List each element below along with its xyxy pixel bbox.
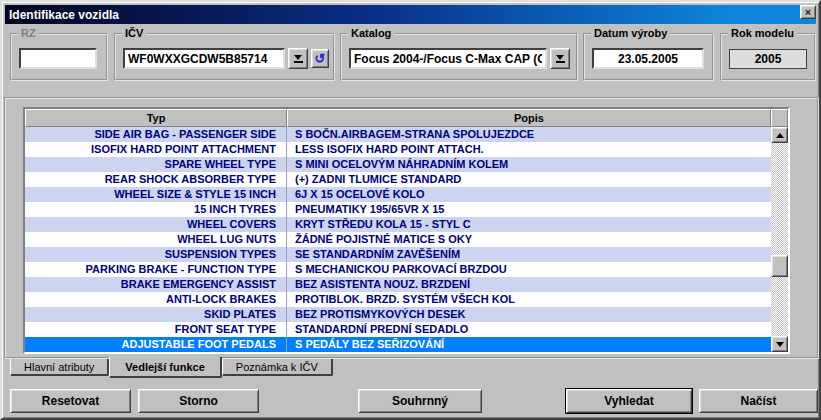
scrollbar-track[interactable] <box>771 143 788 336</box>
popis-cell: SE STANDARDNÍM ZAVĚŠENÍM <box>287 247 771 262</box>
title-bar: Identifikace vozidla <box>5 5 816 24</box>
popis-cell: STANDARDNÍ PREDNÍ SEDADLO <box>287 322 771 337</box>
dropdown-underline-icon <box>294 61 303 63</box>
typ-cell: WHEEL LUG NUTS <box>25 232 287 247</box>
typ-cell: WHEEL COVERS <box>25 217 287 232</box>
arrow-up-icon <box>776 133 784 138</box>
group-icv: IČV ↺ <box>114 33 335 81</box>
typ-cell: WHEEL SIZE & STYLE 15 INCH <box>25 187 287 202</box>
typ-cell: ANTI-LOCK BRAKES <box>25 292 287 307</box>
scroll-down-button[interactable] <box>771 336 788 352</box>
dropdown-arrow-icon <box>556 55 564 60</box>
souhrnny-button[interactable]: Souhrnný <box>358 389 482 413</box>
typ-cell: SUSPENSION TYPES <box>25 247 287 262</box>
group-katalog: Katalog <box>340 33 578 81</box>
popis-cell: LESS ISOFIX HARD POINT ATTACH. <box>287 142 771 157</box>
popis-cell: BEZ ASISTENTA NOUZ. BRZDENÍ <box>287 277 771 292</box>
popis-cell: KRYT STŘEDU KOLA 15 - STYL C <box>287 217 771 232</box>
resetovat-button[interactable]: Resetovat <box>10 389 131 413</box>
typ-cell: PARKING BRAKE - FUNCTION TYPE <box>25 262 287 277</box>
table-body: SIDE AIR BAG - PASSENGER SIDES BOČN.AIRB… <box>25 127 788 352</box>
table-header: Typ Popis <box>25 109 788 127</box>
icv-input[interactable] <box>123 48 285 69</box>
popis-cell: S BOČN.AIRBAGEM-STRANA SPOLUJEZDCE <box>287 127 771 142</box>
table-row[interactable]: PARKING BRAKE - FUNCTION TYPES MECHANICK… <box>25 262 771 277</box>
typ-cell: FRONT SEAT TYPE <box>25 322 287 337</box>
icv-refresh-button[interactable]: ↺ <box>311 49 329 68</box>
table-row[interactable]: ISOFIX HARD POINT ATTACHMENTLESS ISOFIX … <box>25 142 771 157</box>
dropdown-underline-icon <box>556 61 565 63</box>
group-rz: RZ <box>10 33 108 81</box>
group-datum-vyroby: Datum výroby <box>583 33 714 81</box>
katalog-combobox[interactable] <box>349 48 547 69</box>
tab-strip: Hlavní atributyVedlejší funkcePoznámka k… <box>10 359 333 381</box>
popis-cell: PROTIBLOK. BRZD. SYSTÉM VŠECH KOL <box>287 292 771 307</box>
table-row[interactable]: SUSPENSION TYPESSE STANDARDNÍM ZAVĚŠENÍM <box>25 247 771 262</box>
table-row[interactable]: WHEEL COVERSKRYT STŘEDU KOLA 15 - STYL C <box>25 217 771 232</box>
arrow-down-icon <box>776 342 784 347</box>
typ-cell: BRAKE EMERGENCY ASSIST <box>25 277 287 292</box>
table-row[interactable]: WHEEL LUG NUTSŽÁDNÉ POJISTNÉ MATICE S OK… <box>25 232 771 247</box>
typ-cell: 15 INCH TYRES <box>25 202 287 217</box>
table-row[interactable]: ANTI-LOCK BRAKESPROTIBLOK. BRZD. SYSTÉM … <box>25 292 771 307</box>
table-row[interactable]: FRONT SEAT TYPESTANDARDNÍ PREDNÍ SEDADLO <box>25 322 771 337</box>
nacist-button[interactable]: Načíst <box>699 389 818 413</box>
tab-vedlej-funkce[interactable]: Vedlejší funkce <box>109 357 221 378</box>
table-row[interactable]: ADJUSTABLE FOOT PEDALSS PEDÁLY BEZ SEŘIZ… <box>25 337 771 352</box>
typ-cell: ADJUSTABLE FOOT PEDALS <box>25 337 287 352</box>
typ-cell: SPARE WHEEL TYPE <box>25 157 287 172</box>
datum-vyroby-input[interactable] <box>592 48 704 69</box>
header-corner <box>771 109 788 127</box>
table-row[interactable]: REAR SHOCK ABSORBER TYPE(+) ZADNI TLUMIC… <box>25 172 771 187</box>
vertical-scrollbar[interactable] <box>771 127 788 352</box>
popis-cell: BEZ PROTISMYKOVÝCH DESEK <box>287 307 771 322</box>
popis-cell: (+) ZADNI TLUMICE STANDARD <box>287 172 771 187</box>
tab-hlavn-atributy[interactable]: Hlavní atributy <box>10 359 109 376</box>
rok-modelu-label: Rok modelu <box>728 27 797 39</box>
scrollbar-thumb[interactable] <box>771 255 788 277</box>
typ-cell: SIDE AIR BAG - PASSENGER SIDE <box>25 127 287 142</box>
attributes-table: Typ Popis SIDE AIR BAG - PASSENGER SIDES… <box>23 107 790 354</box>
rz-label: RZ <box>18 27 39 39</box>
popis-cell: S MINI OCELOVÝM NÁHRADNÍM KOLEM <box>287 157 771 172</box>
table-row[interactable]: BRAKE EMERGENCY ASSISTBEZ ASISTENTA NOUZ… <box>25 277 771 292</box>
table-row[interactable]: WHEEL SIZE & STYLE 15 INCH6J X 15 OCELOV… <box>25 187 771 202</box>
katalog-label: Katalog <box>348 27 394 39</box>
datum-vyroby-label: Datum výroby <box>591 27 670 39</box>
popis-cell: 6J X 15 OCELOVÉ KOLO <box>287 187 771 202</box>
rok-modelu-field <box>729 49 807 69</box>
table-row[interactable]: SIDE AIR BAG - PASSENGER SIDES BOČN.AIRB… <box>25 127 771 142</box>
tab-page-panel: Typ Popis SIDE AIR BAG - PASSENGER SIDES… <box>4 97 819 359</box>
table-row[interactable]: 15 INCH TYRESPNEUMATIKY 195/65VR X 15 <box>25 202 771 217</box>
column-header-typ[interactable]: Typ <box>25 109 287 127</box>
katalog-dropdown-button[interactable] <box>550 48 570 69</box>
icv-dropdown-button[interactable] <box>288 48 308 69</box>
scroll-up-button[interactable] <box>771 127 788 143</box>
group-rok-modelu: Rok modelu <box>720 33 816 81</box>
column-header-popis[interactable]: Popis <box>287 109 771 127</box>
icv-label: IČV <box>122 27 146 39</box>
typ-cell: ISOFIX HARD POINT ATTACHMENT <box>25 142 287 157</box>
popis-cell: ŽÁDNÉ POJISTNÉ MATICE S OKY <box>287 232 771 247</box>
popis-cell: S MECHANICKOU PARKOVACÍ BRZDOU <box>287 262 771 277</box>
refresh-icon: ↺ <box>315 52 326 65</box>
table-row[interactable]: SKID PLATESBEZ PROTISMYKOVÝCH DESEK <box>25 307 771 322</box>
table-row[interactable]: SPARE WHEEL TYPES MINI OCELOVÝM NÁHRADNÍ… <box>25 157 771 172</box>
close-button[interactable]: × <box>800 5 816 19</box>
popis-cell: S PEDÁLY BEZ SEŘIZOVÁNÍ <box>287 337 771 352</box>
dialog-identifikace-vozidla: Identifikace vozidla × RZ IČV ↺ Katalog <box>0 0 821 420</box>
vyhledat-button[interactable]: Vyhledat <box>566 389 692 413</box>
window-title: Identifikace vozidla <box>9 8 119 22</box>
rz-input[interactable] <box>19 48 97 69</box>
typ-cell: REAR SHOCK ABSORBER TYPE <box>25 172 287 187</box>
storno-button[interactable]: Storno <box>138 389 259 413</box>
popis-cell: PNEUMATIKY 195/65VR X 15 <box>287 202 771 217</box>
close-icon: × <box>805 7 811 18</box>
tab-pozn-mka-k-i-v[interactable]: Poznámka k IČV <box>222 359 333 376</box>
dropdown-arrow-icon <box>294 55 302 60</box>
typ-cell: SKID PLATES <box>25 307 287 322</box>
